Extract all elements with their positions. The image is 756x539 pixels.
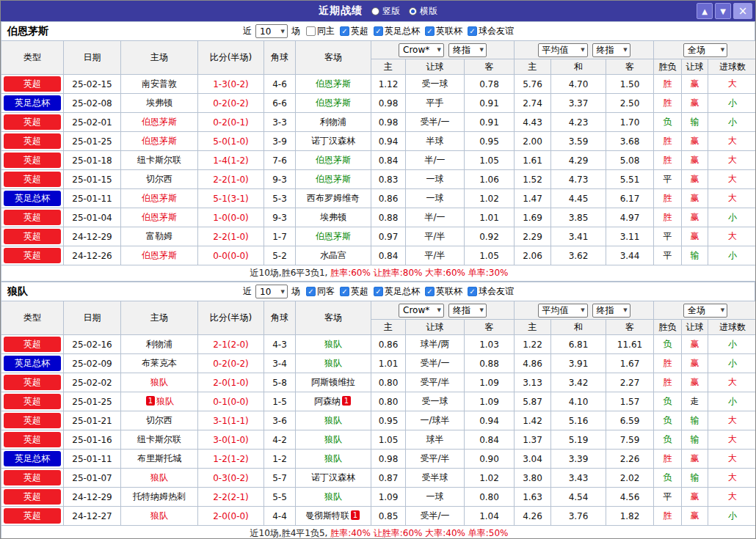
move-up-button[interactable]: ▲ — [697, 3, 713, 19]
score-cell: 0-0(0-0) — [198, 246, 264, 265]
league-badge: 英超 — [4, 508, 61, 524]
odds-home-cell: 0.86 — [371, 335, 406, 354]
away-team-cell: 伯恩茅斯 — [296, 170, 371, 189]
away-team-name: 水晶宫 — [320, 250, 346, 260]
sub-column-header: 胜负 — [654, 59, 682, 75]
league-checkbox-3-label: 球会友谊 — [479, 25, 514, 37]
odds-home-cell: 0.80 — [371, 373, 406, 392]
avg-source-select[interactable]: 平均值▼ — [538, 304, 588, 318]
date-cell: 25-02-16 — [64, 335, 121, 354]
home-team-name: 伯恩茅斯 — [142, 212, 177, 222]
avg-home-cell: 5.87 — [515, 392, 551, 411]
avg-away-cell: 2.50 — [606, 94, 654, 113]
league-cell: 英足总杯 — [1, 189, 64, 208]
date-cell: 25-02-08 — [64, 94, 121, 113]
date-cell: 25-02-09 — [64, 354, 121, 373]
match-row: 英超24-12-26伯恩茅斯0-0(0-0)5-2水晶宫0.84平/半1.052… — [1, 246, 756, 265]
league-badge: 英超 — [4, 114, 61, 130]
league-checkbox-0[interactable]: ✓英超 — [340, 25, 368, 37]
league-checkbox-3[interactable]: ✓球会友谊 — [468, 25, 514, 37]
away-team-cell: 伯恩茅斯 — [296, 151, 371, 170]
league-checkbox-1[interactable]: ✓英足总杯 — [374, 25, 420, 37]
away-team-cell: 狼队 — [296, 354, 371, 373]
corner-cell: 9-3 — [264, 208, 296, 227]
column-header: 角球 — [264, 41, 296, 75]
away-team-cell: 西布罗姆维奇 — [296, 189, 371, 208]
home-team-name: 伯恩茅斯 — [142, 250, 177, 260]
layout-radio-vertical[interactable]: 竖版 — [371, 5, 400, 18]
odds-home-cell: 0.98 — [371, 113, 406, 132]
odds-home-cell: 1.09 — [371, 488, 406, 507]
odds-source-select[interactable]: Crow*▼ — [399, 304, 444, 318]
odds-group-header: Crow*▼终指▼ — [371, 41, 515, 59]
away-team-name: 诺丁汉森林 — [311, 136, 355, 146]
layout-radio-horizontal[interactable]: 横版 — [409, 5, 437, 18]
summary-record: 近10场,胜4平1负5, — [250, 528, 331, 538]
league-checkbox-2[interactable]: ✓英联杯 — [425, 25, 462, 37]
corner-cell: 4-3 — [264, 335, 296, 354]
result-goals-cell: 小 — [708, 246, 756, 265]
league-checkbox-1[interactable]: ✓英足总杯 — [374, 285, 420, 298]
sub-column-header: 客 — [465, 320, 515, 335]
sub-column-header: 和 — [551, 320, 606, 335]
odds-time-select[interactable]: 终指▼ — [448, 304, 487, 318]
avg-home-cell: 5.76 — [515, 75, 551, 94]
league-badge: 英超 — [4, 229, 61, 244]
match-count-select[interactable]: 10▼ — [255, 285, 288, 298]
result-goals-cell: 小 — [708, 113, 756, 132]
league-checkbox-2-label: 英联杯 — [436, 25, 462, 37]
scope-select[interactable]: 全场▼ — [683, 43, 727, 57]
away-team-cell: 水晶宫 — [296, 246, 371, 265]
avg-time-select[interactable]: 终指▼ — [592, 43, 630, 57]
avg-source-select[interactable]: 平均值▼ — [538, 43, 588, 57]
score-cell: 1-2(1-2) — [198, 450, 264, 469]
home-team-cell: 伯恩茅斯 — [121, 246, 198, 265]
result-goals-cell: 大 — [708, 170, 756, 189]
corner-cell: 9-3 — [264, 170, 296, 189]
away-team-name: 利物浦 — [320, 117, 346, 127]
league-checkbox-2[interactable]: ✓英联杯 — [425, 285, 462, 298]
result-goals-cell: 大 — [708, 469, 756, 488]
move-down-button[interactable]: ▼ — [715, 3, 731, 19]
league-badge: 英超 — [4, 172, 61, 187]
avg-away-cell: 1.67 — [606, 354, 654, 373]
sub-column-header: 客 — [465, 59, 515, 75]
league-checkbox-0-label: 英超 — [351, 285, 368, 298]
league-checkbox-0[interactable]: ✓英超 — [340, 285, 368, 298]
result-winloss-cell: 平 — [654, 246, 682, 265]
odds-away-cell: 1.05 — [465, 151, 515, 170]
avg-draw-cell: 4.23 — [551, 113, 606, 132]
close-button[interactable]: × — [733, 3, 752, 19]
away-team-name: 伯恩茅斯 — [316, 78, 351, 89]
odds-source-select[interactable]: Crow*▼ — [399, 43, 444, 57]
avg-home-cell: 3.13 — [515, 373, 551, 392]
home-team-cell: 切尔西 — [121, 170, 198, 189]
match-count-select[interactable]: 10▼ — [255, 24, 288, 38]
scope-select[interactable]: 全场▼ — [683, 304, 727, 318]
home-team-cell: 利物浦 — [121, 335, 198, 354]
odds-handicap-cell: 受半球 — [406, 469, 465, 488]
corner-cell: 1-2 — [264, 450, 296, 469]
match-row: 英超24-12-27狼队2-0(0-0)4-4曼彻斯特联10.85受半/一1.0… — [1, 507, 756, 526]
avg-away-cell: 1.82 — [606, 507, 654, 526]
date-cell: 24-12-29 — [64, 227, 121, 246]
same-venue-checkbox[interactable]: ✓同客 — [306, 285, 335, 298]
odds-time-select[interactable]: 终指▼ — [448, 43, 487, 57]
date-cell: 25-02-02 — [64, 373, 121, 392]
league-cell: 英超 — [1, 170, 64, 189]
same-venue-checkbox[interactable]: 同主 — [306, 25, 335, 37]
column-header: 角球 — [264, 301, 296, 335]
league-checkbox-3[interactable]: ✓球会友谊 — [468, 285, 514, 298]
sub-column-header: 让球 — [682, 320, 708, 335]
column-header: 客场 — [296, 41, 371, 75]
result-winloss-cell: 负 — [654, 469, 682, 488]
avg-home-cell: 3.80 — [515, 469, 551, 488]
avg-time-select[interactable]: 终指▼ — [592, 304, 630, 318]
result-goals-cell: 大 — [708, 373, 756, 392]
result-goals-cell: 大 — [708, 75, 756, 94]
league-cell: 英超 — [1, 507, 64, 526]
score-cell: 1-4(1-2) — [198, 151, 264, 170]
home-team-name: 伯恩茅斯 — [142, 117, 177, 127]
odds-handicap-cell: 一球 — [406, 189, 465, 208]
league-badge: 英超 — [4, 470, 61, 485]
